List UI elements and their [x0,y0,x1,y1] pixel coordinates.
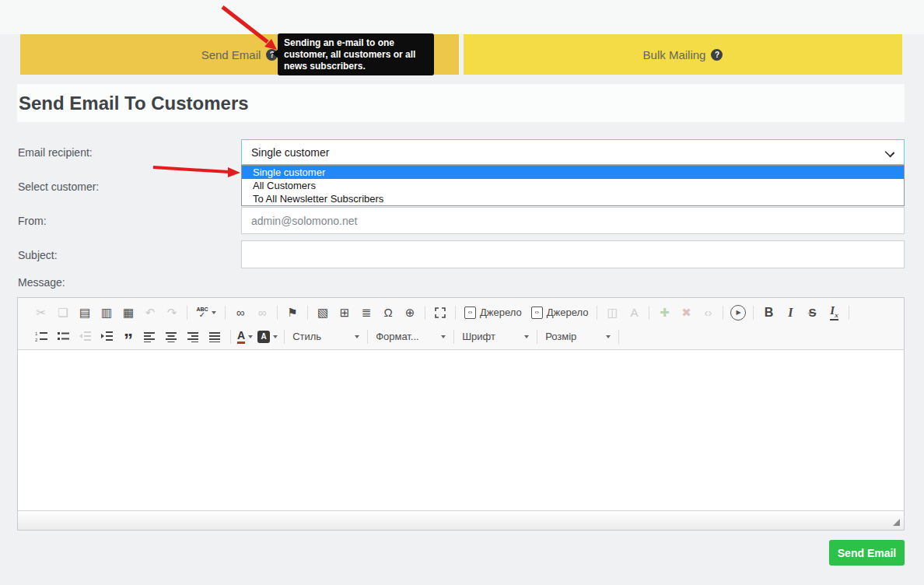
caret-down-icon [248,335,253,338]
bg-color-button[interactable]: A [257,331,278,343]
message-editor: ✂ ❏ ▤ ▥ ▦ ↶ ↷ ABC ✓ ∞ ∞ ⚑ [17,297,905,531]
email-recipient-selected-value: Single customer [251,146,329,159]
align-center-icon[interactable] [163,328,181,346]
align-left-icon[interactable] [141,328,159,346]
paste-from-word-icon[interactable]: ▦ [119,303,138,322]
link-icon[interactable]: ∞ [231,303,250,322]
find-icon[interactable]: ◫ [603,303,621,322]
outdent-icon[interactable] [75,328,94,346]
toolbar-separator [537,330,537,344]
redo-icon[interactable]: ↷ [163,303,181,322]
source-code-icon: ‹› [464,307,476,319]
caret-down-icon [606,335,611,338]
toolbar-separator [230,330,231,344]
source-button-1[interactable]: ‹› Джерело [464,307,522,319]
toolbar-separator [225,306,226,320]
editor-toolbar: ✂ ❏ ▤ ▥ ▦ ↶ ↷ ABC ✓ ∞ ∞ ⚑ [18,298,904,350]
message-label: Message: [18,276,65,289]
svg-text:1: 1 [35,331,38,336]
subject-label: Subject: [18,249,58,261]
text-color-icon: A [237,330,245,344]
iframe-globe-icon[interactable]: ⊕ [401,303,419,322]
subject-input[interactable] [241,240,905,268]
toolbar-separator [618,330,619,344]
indent-icon[interactable] [97,328,116,346]
paste-icon[interactable]: ▤ [75,303,94,322]
table-icon[interactable]: ⊞ [335,303,354,322]
email-recipient-dropdown: Single customer All Customers To All New… [241,165,905,206]
caret-down-icon [212,311,216,314]
undo-icon[interactable]: ↶ [141,303,159,322]
top-strip [0,0,924,34]
special-char-icon[interactable]: Ω [379,303,397,322]
caret-down-icon [273,335,278,338]
style-dropdown[interactable]: Стиль [289,331,363,342]
source-button-label: Джерело [480,307,522,318]
caret-down-icon [524,335,529,338]
dropdown-option-all-customers[interactable]: All Customers [242,179,904,192]
toolbar-separator [367,330,368,344]
title-bar: Send Email To Customers [17,84,905,122]
select-customer-label: Select customer: [18,180,99,193]
add-comment-icon[interactable]: ✚ [655,303,674,322]
font-dropdown[interactable]: Шрифт [458,331,533,342]
toolbar-row-2: 1 2 [30,324,899,349]
blockquote-icon[interactable]: ” [119,324,138,350]
toolbar-separator [455,306,456,320]
cut-icon[interactable]: ✂ [32,303,51,322]
from-input[interactable] [241,207,905,234]
toolbar-separator [723,306,723,320]
dropdown-option-newsletter-subscribers[interactable]: To All Newsletter Subscribers [242,192,904,205]
size-dropdown[interactable]: Розмір [541,331,614,342]
toolbar-separator [187,306,187,320]
text-color-button[interactable]: A [237,330,253,344]
editor-content[interactable] [18,350,904,510]
bold-icon[interactable]: B [759,303,778,322]
copy-icon[interactable]: ❏ [54,303,72,322]
tab-bulk-mailing[interactable]: Bulk Mailing ? [464,34,902,75]
annotation-arrow-dropdown [153,167,240,177]
paste-as-text-icon[interactable]: ▥ [97,303,116,322]
align-right-icon[interactable] [184,328,203,346]
strikethrough-icon[interactable]: S [803,303,821,322]
italic-icon[interactable]: I [781,303,800,322]
numbered-list-icon[interactable]: 1 2 [32,328,51,346]
horizontal-rule-icon[interactable]: ≣ [357,303,376,322]
spellcheck-button[interactable]: ABC ✓ [193,303,219,322]
email-recipient-select[interactable]: Single customer [241,139,905,165]
justify-icon[interactable] [206,328,225,346]
toolbar-separator [284,330,285,344]
resize-handle[interactable] [893,519,900,526]
anchor-flag-icon[interactable]: ⚑ [283,303,302,322]
spellcheck-icon: ABC ✓ [196,307,208,319]
format-dropdown[interactable]: Формат... [372,331,450,342]
media-play-icon[interactable]: ▶ [730,305,746,321]
toolbar-separator [277,306,278,320]
unlink-icon[interactable]: ∞ [253,303,271,322]
caret-down-icon [441,335,446,338]
tooltip-text: Sending an e-mail to one customer, all c… [284,37,415,72]
source-button-2[interactable]: ‹› Джерело [531,307,589,319]
inline-code-icon[interactable]: ‹› [698,303,717,322]
send-email-page: Send Email ? Bulk Mailing ? Sending an e… [0,0,924,585]
remove-comment-icon[interactable]: ✖ [677,303,695,322]
toolbar-row-1: ✂ ❏ ▤ ▥ ▦ ↶ ↷ ABC ✓ ∞ ∞ ⚑ [30,300,899,324]
help-icon[interactable]: ? [711,49,723,61]
bg-color-icon: A [257,331,270,343]
dropdown-option-single-customer[interactable]: Single customer [242,166,904,179]
tooltip-arrow [272,49,278,58]
maximize-icon[interactable] [431,303,450,322]
page-title: Send Email To Customers [17,93,249,114]
tab-bulk-mailing-label: Bulk Mailing [643,48,706,61]
tab-send-email-label: Send Email [201,48,261,61]
svg-text:2: 2 [35,338,38,342]
remove-format-icon[interactable]: Ix [824,303,843,322]
editor-bottom-bar [18,510,904,530]
bulleted-list-icon[interactable] [54,328,72,346]
image-icon[interactable]: ▧ [313,303,332,322]
replace-icon[interactable]: A [625,303,643,322]
send-email-button[interactable]: Send Email [829,540,905,566]
toolbar-separator [597,306,597,320]
from-label: From: [18,215,47,227]
toolbar-separator [849,306,849,320]
